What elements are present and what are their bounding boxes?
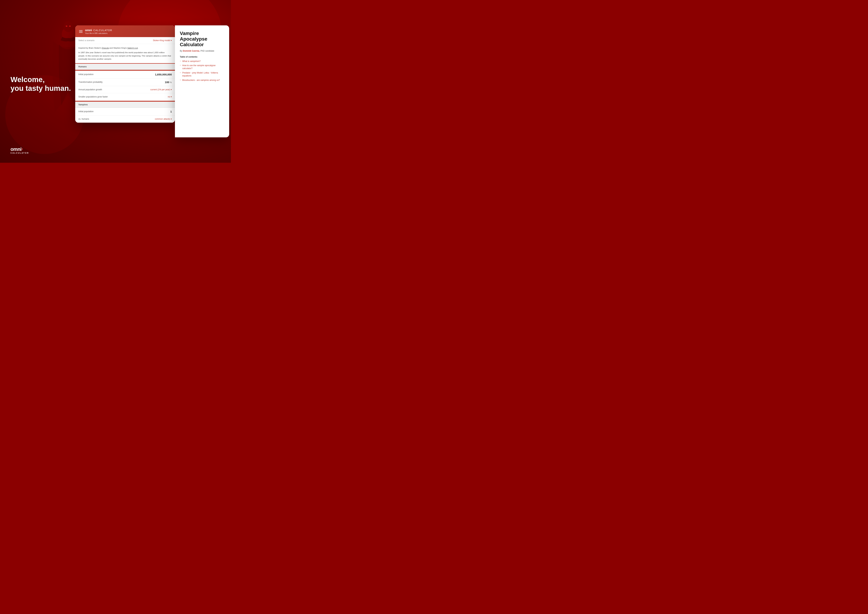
vampires-initial-pop-row: Initial population 1 bbox=[75, 108, 175, 115]
smaller-pop-dropdown[interactable]: no ▾ bbox=[168, 96, 172, 98]
smaller-pop-row: Smaller populations grow faster no ▾ bbox=[75, 93, 175, 101]
humans-initial-pop-row: Initial population 1,650,000,000 bbox=[75, 71, 175, 78]
toc-label: Table of contents: bbox=[180, 56, 224, 58]
calc-description: Inspired by Bram Stoker's Dracula and St… bbox=[75, 44, 175, 64]
header-tagline: Your life in 895 calculators. bbox=[85, 32, 112, 34]
humans-initial-pop-label: Initial population bbox=[78, 73, 94, 76]
by-line: By Dominik Czernia, PhD candidate bbox=[180, 50, 224, 52]
annual-growth-dropdown[interactable]: current (1% per year) ▾ bbox=[150, 88, 172, 91]
toc-link-3[interactable]: Predator - prey Model: Lotka - Volterra … bbox=[182, 71, 224, 78]
transformation-prob-row: Transformation probability 100 % bbox=[75, 78, 175, 86]
toc-item-2: How to use the vampire apocalypse calcul… bbox=[180, 64, 224, 70]
annual-growth-label: Annual population growth bbox=[78, 88, 102, 91]
scenario-row: Select a scenario Stoker-King model ▾ bbox=[75, 37, 175, 44]
description-p2: In 1897 (the year Stoker's novel was fir… bbox=[78, 51, 172, 60]
transformation-prob-label: Transformation probability bbox=[78, 81, 102, 83]
logo-dot: · bbox=[22, 146, 23, 152]
right-panel: Vampire Apocalypse Calculator By Dominik… bbox=[175, 25, 229, 137]
right-panel-title: Vampire Apocalypse Calculator bbox=[180, 31, 224, 48]
logo-sub: CALCULATOR bbox=[11, 152, 29, 154]
scenario-label: Select a scenario bbox=[78, 39, 95, 42]
header-calc-word: CALCULATOR bbox=[93, 29, 112, 32]
welcome-text: Welcome, you tasty human. bbox=[11, 75, 71, 93]
description-p1: Inspired by Bram Stoker's Dracula and St… bbox=[78, 47, 172, 50]
vs-humans-label: vs. humans bbox=[78, 118, 89, 120]
svg-point-2 bbox=[66, 26, 68, 27]
svg-point-1 bbox=[64, 21, 73, 32]
smaller-pop-label: Smaller populations grow faster bbox=[78, 96, 108, 98]
svg-point-3 bbox=[69, 26, 71, 27]
humans-section-header: Humans bbox=[75, 64, 175, 70]
header-brand: omni bbox=[85, 28, 92, 32]
vampires-section-header: Vampires bbox=[75, 102, 175, 108]
toc-item-3: Predator - prey Model: Lotka - Volterra … bbox=[180, 71, 224, 78]
toc-item-1: What is vampirism? bbox=[180, 60, 224, 63]
toc-item-4: Bloodsuckers - are vampires among us? bbox=[180, 79, 224, 82]
vampires-initial-pop-value[interactable]: 1 bbox=[170, 110, 172, 113]
toc-list: What is vampirism? How to use the vampir… bbox=[180, 60, 224, 82]
logo-brand: omni bbox=[11, 146, 22, 152]
omni-logo-bottom: omni· CALCULATOR bbox=[11, 146, 29, 154]
vs-humans-row: vs. humans common attacks ▾ bbox=[75, 115, 175, 122]
transformation-prob-value[interactable]: 100 % bbox=[165, 81, 172, 84]
annual-growth-row: Annual population growth current (1% per… bbox=[75, 86, 175, 93]
calc-header: omni· CALCULATOR Your life in 895 calcul… bbox=[75, 25, 175, 37]
vs-humans-dropdown[interactable]: common attacks ▾ bbox=[155, 118, 172, 120]
hamburger-menu[interactable] bbox=[79, 30, 82, 33]
calculator-panel: omni· CALCULATOR Your life in 895 calcul… bbox=[75, 25, 175, 122]
author-link[interactable]: Dominik Czernia bbox=[183, 50, 199, 52]
scenario-dropdown[interactable]: Stoker-King model ▾ bbox=[153, 39, 172, 42]
calc-header-title: omni· CALCULATOR Your life in 895 calcul… bbox=[85, 28, 112, 34]
humans-initial-pop-value[interactable]: 1,650,000,000 bbox=[155, 73, 172, 76]
header-dot: · bbox=[92, 29, 93, 32]
toc-link-2[interactable]: How to use the vampire apocalypse calcul… bbox=[182, 64, 224, 70]
vampires-initial-pop-label: Initial population bbox=[78, 110, 94, 113]
toc-link-1[interactable]: What is vampirism? bbox=[182, 60, 201, 63]
toc-link-4[interactable]: Bloodsuckers - are vampires among us? bbox=[182, 79, 220, 82]
